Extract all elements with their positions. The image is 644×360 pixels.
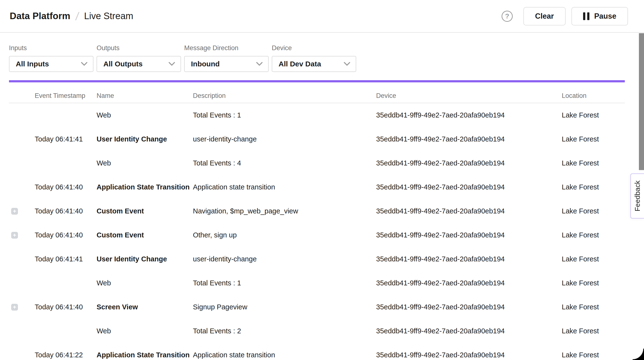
- event-table-header: Event Timestamp Name Description Device …: [9, 89, 625, 103]
- device-filter-select[interactable]: All Dev Data: [272, 56, 356, 72]
- event-table: Event Timestamp Name Description Device …: [9, 89, 625, 360]
- chevron-down-icon: [168, 62, 175, 66]
- table-row[interactable]: + Web Total Events : 1 35eddb41-9ff9-49e…: [9, 103, 625, 127]
- feedback-tab-label: Feedback: [634, 180, 642, 211]
- expand-cell: +: [9, 112, 35, 119]
- event-location: Lake Forest: [562, 183, 625, 191]
- event-description: Total Events : 4: [193, 159, 376, 167]
- inputs-filter-value: All Inputs: [16, 60, 49, 68]
- event-table-body: + Web Total Events : 1 35eddb41-9ff9-49e…: [9, 103, 625, 360]
- clear-button[interactable]: Clear: [524, 7, 566, 25]
- event-description: Signup Pageview: [193, 303, 376, 311]
- event-name: Custom Event: [96, 207, 193, 215]
- filter-group-device: Device All Dev Data: [272, 44, 356, 72]
- help-icon[interactable]: ?: [502, 11, 513, 22]
- event-location: Lake Forest: [562, 327, 625, 335]
- column-header-name: Name: [96, 92, 193, 100]
- expand-cell: +: [9, 136, 35, 143]
- breadcrumb-separator: /: [75, 10, 80, 23]
- breadcrumb-live-stream: Live Stream: [84, 11, 133, 21]
- event-device: 35eddb41-9ff9-49e2-7aed-20afa90eb194: [376, 159, 562, 167]
- event-location: Lake Forest: [562, 111, 625, 119]
- event-name: Application State Transition: [96, 183, 193, 191]
- table-row[interactable]: + Today 06:41:40 Custom Event Navigation…: [9, 199, 625, 223]
- column-header-event-timestamp: Event Timestamp: [35, 92, 96, 100]
- event-name: User Identity Change: [96, 135, 193, 143]
- event-device: 35eddb41-9ff9-49e2-7aed-20afa90eb194: [376, 303, 562, 311]
- expand-cell: +: [9, 160, 35, 167]
- outputs-filter-select[interactable]: All Outputs: [96, 56, 181, 72]
- message-direction-filter-select[interactable]: Inbound: [184, 56, 268, 72]
- top-actions: ? Clear Pause: [502, 7, 628, 25]
- event-timestamp: Today 06:41:40: [35, 231, 96, 239]
- event-description: Other, sign up: [193, 231, 376, 239]
- event-location: Lake Forest: [562, 303, 625, 311]
- expand-cell: +: [9, 304, 35, 311]
- event-device: 35eddb41-9ff9-49e2-7aed-20afa90eb194: [376, 183, 562, 191]
- chevron-down-icon: [344, 62, 350, 66]
- event-description: user-identity-change: [193, 135, 376, 143]
- event-timestamp: Today 06:41:40: [35, 207, 96, 215]
- message-direction-filter-value: Inbound: [191, 60, 220, 68]
- event-description: Total Events : 1: [193, 279, 376, 287]
- filter-group-inputs: Inputs All Inputs: [9, 44, 94, 72]
- clear-button-label: Clear: [535, 12, 554, 20]
- expand-cell: +: [9, 352, 35, 359]
- table-row[interactable]: + Web Total Events : 4 35eddb41-9ff9-49e…: [9, 151, 625, 175]
- breadcrumb-data-platform[interactable]: Data Platform: [10, 11, 70, 21]
- event-location: Lake Forest: [562, 207, 625, 215]
- event-timestamp: Today 06:41:40: [35, 183, 96, 191]
- event-device: 35eddb41-9ff9-49e2-7aed-20afa90eb194: [376, 279, 562, 287]
- event-description: Total Events : 1: [193, 111, 376, 119]
- column-header-location: Location: [562, 92, 625, 100]
- event-location: Lake Forest: [562, 351, 625, 359]
- event-device: 35eddb41-9ff9-49e2-7aed-20afa90eb194: [376, 255, 562, 263]
- event-name: Custom Event: [96, 231, 193, 239]
- event-device: 35eddb41-9ff9-49e2-7aed-20afa90eb194: [376, 135, 562, 143]
- expand-cell: +: [9, 256, 35, 263]
- pause-icon: [583, 12, 590, 20]
- chevron-down-icon: [81, 62, 88, 66]
- event-name: Screen View: [96, 303, 193, 311]
- pause-button[interactable]: Pause: [572, 7, 628, 25]
- event-location: Lake Forest: [562, 231, 625, 239]
- table-row[interactable]: + Today 06:41:41 User Identity Change us…: [9, 247, 625, 271]
- vertical-scrollbar-thumb[interactable]: [639, 33, 644, 170]
- event-timestamp: Today 06:41:41: [35, 135, 96, 143]
- event-description: Application state transition: [193, 183, 376, 191]
- column-header-description: Description: [193, 92, 376, 100]
- event-name: Web: [96, 159, 193, 167]
- event-location: Lake Forest: [562, 255, 625, 263]
- table-row[interactable]: + Today 06:41:40 Application State Trans…: [9, 175, 625, 199]
- filter-group-outputs: Outputs All Outputs: [96, 44, 181, 72]
- top-bar: Data Platform / Live Stream ? Clear Paus…: [0, 0, 644, 33]
- table-row[interactable]: + Today 06:41:40 Custom Event Other, sig…: [9, 223, 625, 247]
- event-name: Application State Transition: [96, 351, 193, 359]
- feedback-tab[interactable]: Feedback: [630, 174, 644, 218]
- inputs-filter-select[interactable]: All Inputs: [9, 56, 94, 72]
- event-description: Total Events : 2: [193, 327, 376, 335]
- expand-row-button[interactable]: +: [11, 232, 18, 239]
- expand-row-button[interactable]: +: [11, 304, 18, 311]
- event-device: 35eddb41-9ff9-49e2-7aed-20afa90eb194: [376, 351, 562, 359]
- pause-button-label: Pause: [594, 12, 616, 20]
- outputs-filter-value: All Outputs: [103, 60, 143, 68]
- expand-cell: +: [9, 280, 35, 287]
- event-location: Lake Forest: [562, 159, 625, 167]
- expand-row-button[interactable]: +: [11, 208, 18, 215]
- event-timestamp: Today 06:41:22: [35, 351, 96, 359]
- expand-cell: +: [9, 328, 35, 335]
- event-description: Navigation, $mp_web_page_view: [193, 207, 376, 215]
- event-name: Web: [96, 327, 193, 335]
- live-stream-accent-bar: [9, 80, 625, 82]
- expand-cell: +: [9, 184, 35, 191]
- table-row[interactable]: + Today 06:41:22 Application State Trans…: [9, 343, 625, 360]
- event-device: 35eddb41-9ff9-49e2-7aed-20afa90eb194: [376, 207, 562, 215]
- table-row[interactable]: + Today 06:41:41 User Identity Change us…: [9, 127, 625, 151]
- table-row[interactable]: + Today 06:41:40 Screen View Signup Page…: [9, 295, 625, 319]
- table-row[interactable]: + Web Total Events : 2 35eddb41-9ff9-49e…: [9, 319, 625, 343]
- window-corner-mask: [632, 349, 644, 360]
- event-device: 35eddb41-9ff9-49e2-7aed-20afa90eb194: [376, 111, 562, 119]
- inputs-filter-label: Inputs: [9, 44, 94, 52]
- table-row[interactable]: + Web Total Events : 1 35eddb41-9ff9-49e…: [9, 271, 625, 295]
